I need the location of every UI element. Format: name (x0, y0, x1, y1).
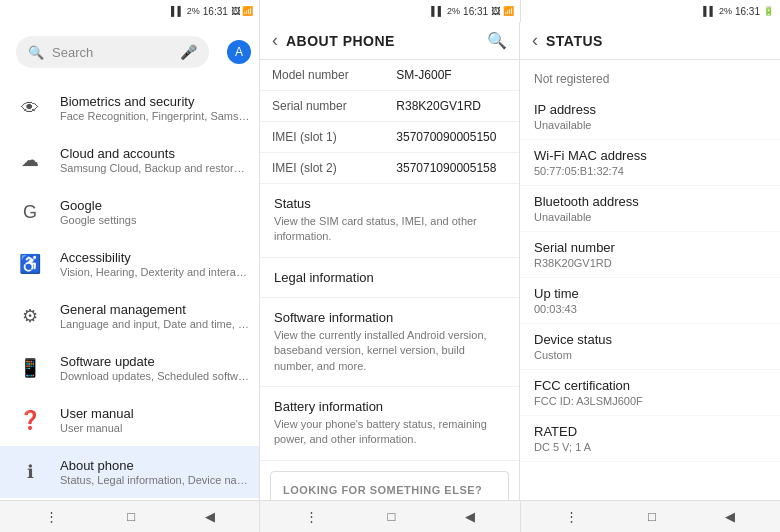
search-icon-btn[interactable]: 🔍 (487, 31, 507, 50)
status-label: FCC certification (534, 378, 766, 393)
section-title-software-info: Software information (274, 310, 505, 325)
item-subtitle-accessibility: Vision, Hearing, Dexterity and interacti… (60, 266, 250, 278)
sidebar-item-user-manual[interactable]: ❓ User manual User manual (0, 394, 259, 446)
sidebar-item-accessibility[interactable]: ♿ Accessibility Vision, Hearing, Dexteri… (0, 238, 259, 290)
status-value: FCC ID: A3LSMJ600F (534, 395, 766, 407)
item-title-google: Google (60, 198, 245, 213)
table-row: IMEI (slot 2) 357071090005158 (260, 153, 519, 184)
item-icon-google: G (14, 196, 46, 228)
left-panel: 🔍 Search 🎤 A 👁 Biometrics and security F… (0, 22, 260, 500)
info-label: Serial number (260, 91, 384, 122)
status-label: IP address (534, 102, 766, 117)
sidebar-item-software-update[interactable]: 📱 Software update Download updates, Sche… (0, 342, 259, 394)
nav-square-1[interactable]: □ (127, 509, 135, 524)
table-row: IMEI (slot 1) 357070090005150 (260, 122, 519, 153)
status-entry: FCC certification FCC ID: A3LSMJ600F (520, 370, 780, 416)
nav-square-3[interactable]: □ (648, 509, 656, 524)
info-value: R38K20GV1RD (384, 91, 519, 122)
item-icon-about-phone: ℹ (14, 456, 46, 488)
status-entry: RATED DC 5 V; 1 A (520, 416, 780, 462)
status-entry: Wi-Fi MAC address 50:77:05:B1:32:74 (520, 140, 780, 186)
mic-icon[interactable]: 🎤 (180, 44, 197, 60)
status-value: 50:77:05:B1:32:74 (534, 165, 766, 177)
right-header: ‹ STATUS (520, 22, 780, 60)
info-label: IMEI (slot 2) (260, 153, 384, 184)
item-title-about-phone: About phone (60, 458, 250, 473)
status-entry: Bluetooth address Unavailable (520, 186, 780, 232)
section-item-battery-info[interactable]: Battery information View your phone's ba… (260, 387, 519, 461)
battery-1: 2% (187, 6, 200, 16)
section-item-legal[interactable]: Legal information (260, 258, 519, 298)
status-value: R38K20GV1RD (534, 257, 766, 269)
search-icon: 🔍 (28, 45, 44, 60)
sidebar-item-general[interactable]: ⚙ General management Language and input,… (0, 290, 259, 342)
item-subtitle-biometrics: Face Recognition, Fingerprint, Samsung P… (60, 110, 250, 122)
section-subtitle-status: View the SIM card status, IMEI, and othe… (274, 214, 505, 245)
status-value: 00:03:43 (534, 303, 766, 315)
sidebar-item-biometrics[interactable]: 👁 Biometrics and security Face Recogniti… (0, 82, 259, 134)
item-title-user-manual: User manual (60, 406, 245, 421)
nav-menu-1[interactable]: ⋮ (45, 509, 58, 524)
item-icon-cloud: ☁ (14, 144, 46, 176)
info-value: 357071090005158 (384, 153, 519, 184)
item-icon-accessibility: ♿ (14, 248, 46, 280)
item-subtitle-user-manual: User manual (60, 422, 245, 434)
status-label: RATED (534, 424, 766, 439)
status-entry: Device status Custom (520, 324, 780, 370)
nav-back-2[interactable]: ◀ (465, 509, 475, 524)
nav-back-3[interactable]: ◀ (725, 509, 735, 524)
bottom-bar-3: ⋮ □ ◀ (521, 501, 780, 532)
item-icon-general: ⚙ (14, 300, 46, 332)
middle-header: ‹ ABOUT PHONE 🔍 (260, 22, 519, 60)
status-label: Device status (534, 332, 766, 347)
sidebar-item-cloud[interactable]: ☁ Cloud and accounts Samsung Cloud, Back… (0, 134, 259, 186)
search-bar[interactable]: 🔍 Search 🎤 (16, 36, 209, 68)
nav-menu-2[interactable]: ⋮ (305, 509, 318, 524)
sidebar-item-google[interactable]: G Google Google settings (0, 186, 259, 238)
time-3: 16:31 (735, 6, 760, 17)
bottom-bar-2: ⋮ □ ◀ (260, 501, 520, 532)
sidebar-item-about-phone[interactable]: ℹ About phone Status, Legal information,… (0, 446, 259, 498)
section-subtitle-software-info: View the currently installed Android ver… (274, 328, 505, 374)
search-placeholder: Search (52, 45, 172, 60)
bottom-bar-1: ⋮ □ ◀ (0, 501, 260, 532)
status-label: Wi-Fi MAC address (534, 148, 766, 163)
section-title-status: Status (274, 196, 505, 211)
section-item-status[interactable]: Status View the SIM card status, IMEI, a… (260, 184, 519, 258)
nav-menu-3[interactable]: ⋮ (565, 509, 578, 524)
section-item-software-info[interactable]: Software information View the currently … (260, 298, 519, 387)
nav-back-1[interactable]: ◀ (205, 509, 215, 524)
battery-3: 2% (719, 6, 732, 16)
status-label: Serial number (534, 240, 766, 255)
battery-icon-3: 🔋 (763, 6, 774, 16)
bottom-bars: ⋮ □ ◀ ⋮ □ ◀ ⋮ □ ◀ (0, 500, 780, 532)
looking-for-title: LOOKING FOR SOMETHING ELSE? (283, 484, 496, 496)
item-subtitle-general: Language and input, Date and time, Reset (60, 318, 250, 330)
looking-for-box: LOOKING FOR SOMETHING ELSE? RESET CONTAC… (270, 471, 509, 500)
status-label: Bluetooth address (534, 194, 766, 209)
info-table: Model number SM-J600F Serial number R38K… (260, 60, 519, 184)
info-label: Model number (260, 60, 384, 91)
table-row: Model number SM-J600F (260, 60, 519, 91)
right-back-icon[interactable]: ‹ (532, 30, 538, 51)
main-content: 🔍 Search 🎤 A 👁 Biometrics and security F… (0, 22, 780, 500)
status-bars: ▌▌ 2% 16:31 🖼 📶 ▌▌ 2% 16:31 🖼 📶 ▌▌ 2% 16… (0, 0, 780, 22)
status-value: Custom (534, 349, 766, 361)
settings-list: 👁 Biometrics and security Face Recogniti… (0, 82, 259, 500)
status-value: Unavailable (534, 211, 766, 223)
item-title-cloud: Cloud and accounts (60, 146, 250, 161)
section-title-legal: Legal information (274, 270, 505, 285)
middle-panel-title: ABOUT PHONE (286, 33, 479, 49)
info-label: IMEI (slot 1) (260, 122, 384, 153)
profile-icon[interactable]: A (227, 40, 251, 64)
signal-1: ▌▌ (171, 6, 184, 16)
status-bar-1: ▌▌ 2% 16:31 🖼 📶 (0, 0, 260, 22)
item-title-accessibility: Accessibility (60, 250, 250, 265)
item-title-general: General management (60, 302, 250, 317)
right-panel-title: STATUS (546, 33, 768, 49)
back-icon[interactable]: ‹ (272, 30, 278, 51)
signal-2: ▌▌ (431, 6, 444, 16)
item-icon-user-manual: ❓ (14, 404, 46, 436)
right-content: Not registered IP address Unavailable Wi… (520, 60, 780, 500)
nav-square-2[interactable]: □ (388, 509, 396, 524)
